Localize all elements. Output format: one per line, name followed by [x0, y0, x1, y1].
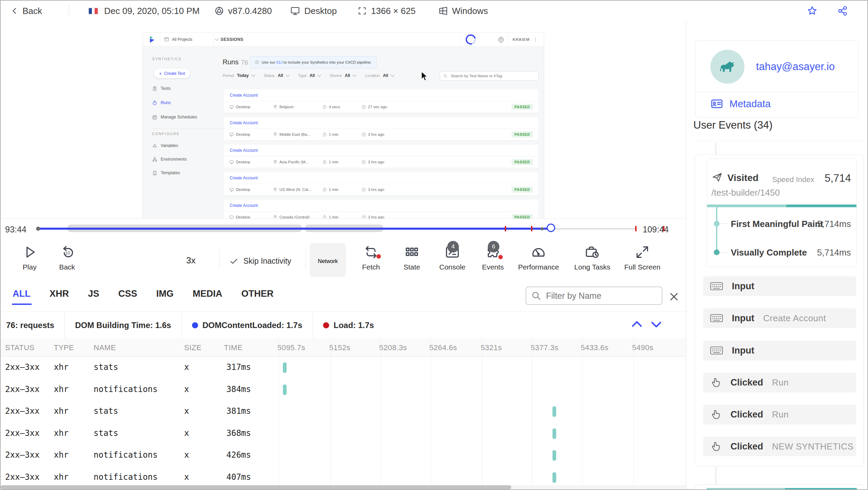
skip-inactivity-toggle[interactable]: Skip Inactivity — [229, 257, 291, 266]
playback-timeline[interactable]: 93:44 109:44 — [1, 218, 686, 239]
state-panel-button[interactable]: State — [396, 244, 428, 271]
tab-xhr[interactable]: XHR — [49, 289, 69, 299]
event-row-input[interactable]: Input — [703, 341, 856, 360]
dom-building-time: DOM Building Time: 1.6s — [65, 312, 181, 339]
dom-content-loaded: DOMContentLoaded: 1.7s — [182, 312, 312, 339]
run-row[interactable]: Create Account Desktop Middle East (Ba..… — [224, 117, 539, 140]
speed-bar-segment — [786, 205, 856, 207]
run-test-name[interactable]: Create Account — [230, 148, 258, 153]
speed-button[interactable]: 3x — [186, 255, 195, 266]
error-marker[interactable] — [635, 226, 637, 231]
run-row[interactable]: Create Account Desktop US West (N. Cal..… — [224, 172, 539, 195]
replayed-app-header: All Projects SESSIONS ERRORS SYNTHETICS … — [143, 33, 544, 46]
tab-all[interactable]: ALL — [13, 289, 30, 299]
sidebar-item-manage-schedules[interactable]: Manage Schedules — [152, 112, 197, 122]
back-button[interactable]: Back — [11, 1, 42, 21]
share-icon — [837, 5, 848, 16]
event-marker[interactable] — [541, 227, 544, 230]
run-test-name[interactable]: Create Account — [230, 93, 258, 98]
sidebar-item-variables[interactable]: Variables — [152, 141, 178, 151]
filter-period[interactable]: PeriodToday — [223, 73, 255, 78]
visually-complete-dot — [714, 249, 720, 255]
tab-css[interactable]: CSS — [118, 289, 138, 299]
play-button[interactable]: Play — [14, 244, 45, 271]
chevron-left-icon — [11, 7, 18, 15]
share-button[interactable] — [837, 1, 848, 21]
event-row-clicked[interactable]: Clicked NEW SYNTHETICS — [703, 437, 856, 456]
long-tasks-icon — [584, 244, 600, 260]
settings-button[interactable] — [498, 33, 504, 46]
request-row[interactable]: 2xx–3xxxhr statsx 317ms — [1, 357, 686, 379]
request-row[interactable]: 2xx–3xxxhr notificationsx 384ms — [1, 379, 686, 401]
name-filter-input[interactable] — [545, 291, 657, 301]
cli-link[interactable]: CLI — [276, 60, 283, 64]
request-row[interactable]: 2xx–3xxxhr notificationsx 426ms — [1, 444, 686, 467]
tab-js[interactable]: JS — [88, 289, 99, 299]
tab-img[interactable]: IMG — [156, 289, 174, 299]
visited-label: Visited — [727, 173, 758, 183]
speed-bar-segment — [707, 488, 785, 490]
metadata-button[interactable]: Metadata — [710, 97, 771, 110]
tab-other[interactable]: OTHER — [241, 289, 274, 299]
error-marker[interactable] — [663, 226, 664, 231]
run-row[interactable]: Create Account Desktop Asia Pacific (M..… — [224, 145, 539, 168]
sidebar-item-templates[interactable]: Templates — [152, 168, 180, 178]
console-panel-button[interactable]: 4 Console — [435, 244, 470, 271]
network-panel-button[interactable]: Network — [310, 243, 346, 277]
name-filter-box[interactable] — [526, 287, 662, 305]
next-event-card-partial[interactable] — [695, 485, 864, 490]
horizontal-scrollbar[interactable] — [1, 485, 686, 489]
user-email-link[interactable]: tahay@asayer.io — [756, 61, 835, 73]
create-test-button[interactable]: +Create Test — [154, 68, 190, 78]
more-menu[interactable]: ⋮ — [533, 33, 538, 46]
favorite-button[interactable] — [807, 1, 818, 21]
request-row[interactable]: 2xx–3xxxhr statsx 381ms — [1, 401, 686, 423]
tab-sessions[interactable]: SESSIONS — [221, 33, 544, 46]
cli-banner: ⓘ Use our CLI to include your Synthetics… — [250, 56, 376, 68]
visited-event-card[interactable]: Visited Speed Index 5,714 /test-builder/… — [707, 159, 857, 267]
sidebar-item-environments[interactable]: Environments — [152, 154, 187, 164]
event-row-clicked[interactable]: Clicked Run — [703, 373, 856, 392]
run-test-name[interactable]: Create Account — [230, 176, 258, 180]
events-panel-button[interactable]: 6 Events — [477, 244, 509, 271]
timeline-progress[interactable] — [38, 228, 552, 230]
long-tasks-panel-button[interactable]: Long Tasks — [572, 244, 613, 271]
request-row[interactable]: 2xx–3xxxhr statsx 368ms — [1, 423, 686, 445]
full-screen-button[interactable]: Full Screen — [620, 244, 664, 271]
event-row-input[interactable]: Input — [703, 276, 856, 296]
test-search-box[interactable] — [440, 71, 539, 81]
filter-type[interactable]: TypeAll — [298, 73, 321, 78]
request-row[interactable]: 2xx–3xxxhr notificationsx 407ms — [1, 467, 686, 486]
playhead[interactable] — [547, 224, 555, 232]
run-row[interactable]: Create Account Desktop Belgium 4 secs 27… — [224, 89, 539, 113]
test-search-input[interactable] — [450, 74, 535, 78]
os-info: Windows — [438, 1, 488, 21]
error-marker[interactable] — [505, 226, 506, 231]
run-row[interactable]: Create Account Desktop Canada (Central) … — [224, 200, 539, 218]
scrollbar-thumb[interactable] — [1, 485, 511, 489]
timeline-remaining[interactable] — [552, 228, 636, 229]
event-row-input[interactable]: Input Create Account — [703, 308, 856, 328]
jump-next-button[interactable] — [649, 317, 663, 331]
run-test-name[interactable]: Create Account — [230, 203, 258, 208]
sidebar-item-runs[interactable]: Runs — [152, 98, 171, 108]
user-menu[interactable]: KRAIEM — [513, 33, 530, 46]
back-10s-button[interactable]: 10 Back — [52, 244, 82, 271]
filter-status[interactable]: StatusAll — [264, 73, 289, 78]
fetch-alert-dot — [376, 254, 381, 259]
filter-device[interactable]: DeviceAll — [330, 73, 356, 78]
chevron-down-icon — [353, 73, 356, 77]
tab-media[interactable]: MEDIA — [193, 289, 222, 299]
waterfall-bar — [552, 472, 556, 483]
jump-previous-button[interactable] — [630, 317, 644, 331]
project-selector[interactable]: All Projects — [164, 33, 218, 46]
close-panel-button[interactable] — [669, 291, 679, 302]
event-row-clicked[interactable]: Clicked Run — [703, 405, 856, 424]
performance-panel-button[interactable]: Performance — [515, 244, 562, 271]
run-test-name[interactable]: Create Account — [230, 120, 258, 125]
project-icon — [164, 37, 169, 42]
filter-location[interactable]: LocationAll — [365, 73, 394, 78]
fetch-panel-button[interactable]: Fetch — [355, 244, 387, 271]
sidebar-item-tests[interactable]: Tests — [152, 83, 171, 94]
error-marker[interactable] — [531, 226, 532, 231]
